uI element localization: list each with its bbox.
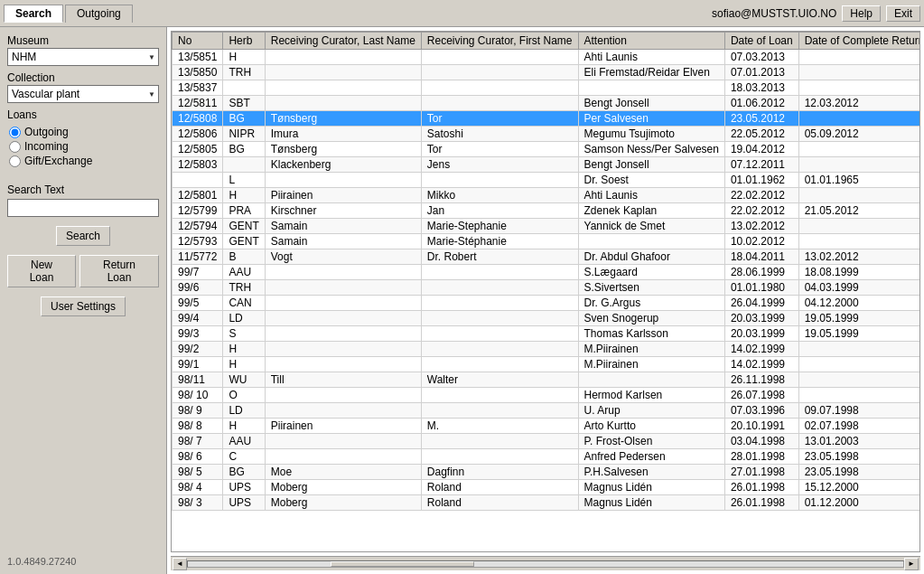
table-cell: M. bbox=[421, 419, 578, 434]
table-row[interactable]: 12/5803KlackenbergJensBengt Jonsell07.12… bbox=[173, 157, 921, 173]
table-container[interactable]: No Herb Receiving Curator, Last Name Rec… bbox=[171, 31, 920, 552]
table-cell bbox=[265, 80, 421, 96]
loans-label: Loans bbox=[7, 108, 159, 121]
scroll-track[interactable] bbox=[187, 560, 904, 568]
table-cell: Satoshi bbox=[421, 127, 578, 142]
table-row[interactable]: 98/ 10OHermod Karlsen26.07.1998 bbox=[173, 388, 921, 403]
table-row[interactable]: 99/6TRHS.Sivertsen01.01.198004.03.1999 bbox=[173, 280, 921, 296]
radio-incoming-input[interactable] bbox=[9, 141, 21, 153]
col-attention: Attention bbox=[578, 33, 724, 50]
table-row[interactable]: 12/5793GENTSamainMarie-Stéphanie10.02.20… bbox=[173, 234, 921, 249]
table-cell: Dr. Abdul Ghafoor bbox=[578, 249, 724, 265]
table-cell: 12/5801 bbox=[173, 188, 223, 203]
table-row[interactable]: 98/ 9LDU. Arup07.03.199609.07.1998 bbox=[173, 403, 921, 419]
table-row[interactable]: 13/5851HAhti Launis07.03.2013 bbox=[173, 50, 921, 65]
table-row[interactable]: 99/1HM.Piirainen14.02.1999 bbox=[173, 357, 921, 372]
table-row[interactable]: 99/3SThomas Karlsson20.03.199919.05.1999 bbox=[173, 326, 921, 342]
scroll-right-btn[interactable]: ► bbox=[904, 558, 919, 570]
table-row[interactable]: 12/5794GENTSamainMarie-StephanieYannick … bbox=[173, 219, 921, 234]
table-cell: Jan bbox=[421, 203, 578, 219]
table-cell: 07.03.2013 bbox=[724, 50, 798, 65]
table-row[interactable]: 98/ 6CAnfred Pedersen28.01.199823.05.199… bbox=[173, 449, 921, 465]
table-row[interactable]: 98/ 8HPiirainenM.Arto Kurtto20.10.199102… bbox=[173, 419, 921, 434]
table-cell: 28.06.1999 bbox=[724, 265, 798, 280]
table-row[interactable]: 98/11WUTillWalter26.11.1998 bbox=[173, 372, 921, 388]
radio-gift-input[interactable] bbox=[9, 155, 21, 167]
table-row[interactable]: 99/7AAUS.Lægaard28.06.199918.08.1999 bbox=[173, 265, 921, 280]
exit-button[interactable]: Exit bbox=[886, 5, 920, 22]
table-cell: M.Piirainen bbox=[578, 342, 724, 357]
col-no: No bbox=[173, 33, 223, 50]
table-cell: Tønsberg bbox=[265, 142, 421, 157]
scroll-thumb[interactable] bbox=[331, 561, 473, 567]
table-cell: 23.05.1998 bbox=[798, 465, 920, 480]
table-cell: TRH bbox=[223, 280, 265, 296]
table-row[interactable]: 99/5CANDr. G.Argus26.04.199904.12.2000 bbox=[173, 296, 921, 311]
table-row[interactable]: LDr. Soest01.01.196201.01.1965 bbox=[173, 173, 921, 188]
table-cell: Piirainen bbox=[265, 419, 421, 434]
museum-section: Museum NHM bbox=[7, 34, 159, 66]
table-cell: Marie-Stephanie bbox=[421, 219, 578, 234]
table-cell bbox=[798, 372, 920, 388]
table-row[interactable]: 98/ 4UPSMobergRolandMagnus Lidén26.01.19… bbox=[173, 480, 921, 495]
tab-search[interactable]: Search bbox=[4, 5, 63, 23]
table-cell: 23.05.1998 bbox=[798, 449, 920, 465]
horizontal-scrollbar[interactable]: ◄ ► bbox=[171, 556, 920, 570]
table-row[interactable]: 13/5850TRHEli Fremstad/Reidar Elven07.01… bbox=[173, 65, 921, 80]
tab-outgoing[interactable]: Outgoing bbox=[65, 5, 133, 23]
radio-incoming[interactable]: Incoming bbox=[9, 140, 157, 153]
table-cell bbox=[578, 372, 724, 388]
collection-label: Collection bbox=[7, 71, 159, 84]
radio-outgoing-input[interactable] bbox=[9, 127, 21, 138]
search-button[interactable]: Search bbox=[56, 226, 110, 246]
table-cell: Hermod Karlsen bbox=[578, 388, 724, 403]
help-button[interactable]: Help bbox=[842, 5, 881, 22]
table-row[interactable]: 12/5808BGTønsbergTorPer Salvesen23.05.20… bbox=[173, 111, 921, 127]
user-settings-button[interactable]: User Settings bbox=[41, 296, 126, 316]
table-cell: Samain bbox=[265, 234, 421, 249]
table-cell bbox=[798, 388, 920, 403]
table-row[interactable]: 12/5801HPiirainenMikkoAhti Launis22.02.2… bbox=[173, 188, 921, 203]
table-cell: Piirainen bbox=[265, 188, 421, 203]
table-cell: 98/11 bbox=[173, 372, 223, 388]
table-cell: 12/5794 bbox=[173, 219, 223, 234]
table-cell: 12/5811 bbox=[173, 96, 223, 111]
table-row[interactable]: 98/ 3UPSMobergRolandMagnus Lidén26.01.19… bbox=[173, 495, 921, 511]
radio-outgoing[interactable]: Outgoing bbox=[9, 126, 157, 138]
museum-select[interactable]: NHM bbox=[7, 48, 159, 66]
table-row[interactable]: 12/5805BGTønsbergTorSamson Ness/Per Salv… bbox=[173, 142, 921, 157]
table-cell: 98/ 10 bbox=[173, 388, 223, 403]
table-cell: BG bbox=[223, 142, 265, 157]
table-row[interactable]: 13/583718.03.2013 bbox=[173, 80, 921, 96]
table-row[interactable]: 99/4LDSven Snogerup20.03.199919.05.1999 bbox=[173, 311, 921, 326]
radio-incoming-label: Incoming bbox=[24, 140, 69, 153]
table-cell: AAU bbox=[223, 434, 265, 449]
table-cell: Marie-Stéphanie bbox=[421, 234, 578, 249]
radio-gift[interactable]: Gift/Exchange bbox=[9, 155, 157, 167]
table-row[interactable]: 12/5811SBTBengt Jonsell01.06.201212.03.2… bbox=[173, 96, 921, 111]
table-row[interactable]: 98/ 5BGMoeDagfinnP.H.Salvesen27.01.19982… bbox=[173, 465, 921, 480]
table-cell: S bbox=[223, 326, 265, 342]
table-cell bbox=[265, 173, 421, 188]
table-cell: 12.03.2012 bbox=[798, 96, 920, 111]
table-row[interactable]: 99/2HM.Piirainen14.02.1999 bbox=[173, 342, 921, 357]
scroll-left-btn[interactable]: ◄ bbox=[173, 558, 187, 570]
table-row[interactable]: 12/5799PRAKirschnerJanZdenek Kaplan22.02… bbox=[173, 203, 921, 219]
table-cell: Roland bbox=[421, 480, 578, 495]
table-cell: LD bbox=[223, 403, 265, 419]
table-row[interactable]: 11/5772BVogtDr. RobertDr. Abdul Ghafoor1… bbox=[173, 249, 921, 265]
table-row[interactable]: 98/ 7AAUP. Frost-Olsen03.04.199813.01.20… bbox=[173, 434, 921, 449]
table-cell: LD bbox=[223, 311, 265, 326]
return-loan-button[interactable]: Return Loan bbox=[79, 255, 159, 287]
table-cell bbox=[265, 403, 421, 419]
search-input[interactable] bbox=[7, 199, 159, 217]
table-cell: AAU bbox=[223, 265, 265, 280]
new-loan-button[interactable]: New Loan bbox=[7, 255, 76, 287]
collection-select[interactable]: Vascular plant bbox=[7, 85, 159, 103]
table-cell: 22.02.2012 bbox=[724, 188, 798, 203]
table-cell: 12/5808 bbox=[173, 111, 223, 127]
table-cell: 01.01.1965 bbox=[798, 173, 920, 188]
table-row[interactable]: 12/5806NIPRImuraSatoshiMegumu Tsujimoto2… bbox=[173, 127, 921, 142]
table-cell: BG bbox=[223, 465, 265, 480]
table-cell: Vogt bbox=[265, 249, 421, 265]
